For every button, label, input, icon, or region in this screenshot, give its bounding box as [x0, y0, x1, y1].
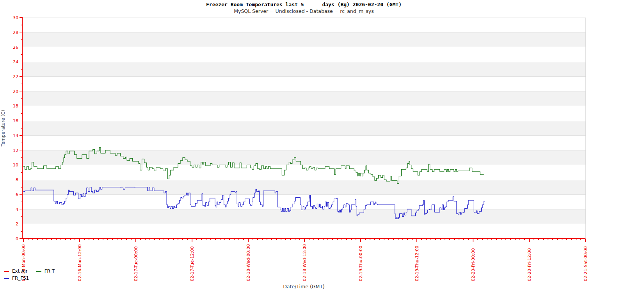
chart-title: Freezer Room Temperatures last 5 days (B…	[22, 2, 585, 7]
chart-page: 02468101214161820222426283002-16-Mon-00:…	[0, 0, 644, 293]
chart-subtitle: MySQL Server = Undisclosed - Database = …	[22, 8, 585, 14]
legend-label-fr-fs1: FR_FS1	[12, 275, 29, 281]
y-tick-label: 2	[16, 222, 18, 227]
plot-band	[22, 150, 585, 165]
x-tick-label: 02-20-Fri-12:00	[527, 248, 532, 281]
legend-item-fr-fs1: FR_FS1	[4, 275, 29, 281]
legend-label-ext-air: Ext Air	[12, 268, 28, 274]
legend-label-fr-t: FR T	[44, 268, 55, 274]
x-tick-label: 02-19-Thu-00:00	[358, 246, 363, 281]
y-axis-title: Temperature (C)	[0, 110, 6, 147]
y-tick-label: 12	[13, 148, 18, 153]
y-tick-label: 10	[13, 163, 18, 168]
x-tick-label: 02-18-Wed-00:00	[246, 244, 251, 281]
plot-band	[22, 224, 585, 239]
y-tick-label: 4	[16, 207, 18, 212]
y-tick-label: 24	[13, 59, 18, 64]
plot-band	[22, 121, 585, 136]
chart-canvas: 02468101214161820222426283002-16-Mon-00:…	[0, 0, 644, 293]
plot-band	[22, 209, 585, 224]
y-tick-label: 0	[16, 236, 18, 241]
plot-band	[22, 77, 585, 91]
plot-band	[22, 47, 585, 62]
legend-item-fr-t: FR T	[36, 268, 55, 274]
plot-band	[22, 18, 585, 32]
x-tick-label: 02-18-Wed-12:00	[302, 244, 307, 281]
legend-row-1: Ext Air FR T	[4, 268, 63, 274]
y-tick-label: 14	[13, 133, 18, 138]
y-tick-label: 28	[13, 30, 18, 35]
plot-band	[22, 165, 585, 180]
fr-t-line-swatch	[36, 271, 41, 272]
x-tick-label: 02-16-Mon-12:00	[77, 244, 82, 281]
plot-band	[22, 91, 585, 106]
x-axis-title: Date/Time (GMT)	[283, 284, 325, 289]
legend-item-ext-air: Ext Air	[4, 268, 28, 274]
x-tick-label: 02-17-Tue-00:00	[133, 247, 139, 281]
x-tick-label: 02-20-Fri-00:00	[471, 248, 476, 281]
y-tick-label: 18	[13, 104, 18, 109]
y-tick-label: 8	[16, 177, 18, 182]
y-tick-label: 20	[13, 89, 18, 94]
legend-row-2: FR_FS1	[4, 275, 37, 281]
plot-band	[22, 32, 585, 47]
plot-band	[22, 136, 585, 150]
y-tick-label: 6	[16, 192, 18, 197]
x-tick-label: 02-17-Tue-12:00	[190, 247, 195, 281]
x-tick-label: 02-19-Thu-12:00	[415, 246, 420, 281]
x-tick-label: 02-21-Sat-00:00	[583, 246, 588, 281]
fr-fs1-line-swatch	[4, 278, 9, 279]
y-tick-label: 30	[13, 15, 18, 20]
y-tick-label: 16	[13, 118, 18, 123]
y-tick-label: 22	[13, 74, 18, 79]
y-tick-label: 26	[13, 45, 18, 50]
plot-band	[22, 106, 585, 121]
plot-band	[22, 62, 585, 77]
ext-air-line-swatch	[4, 271, 9, 272]
